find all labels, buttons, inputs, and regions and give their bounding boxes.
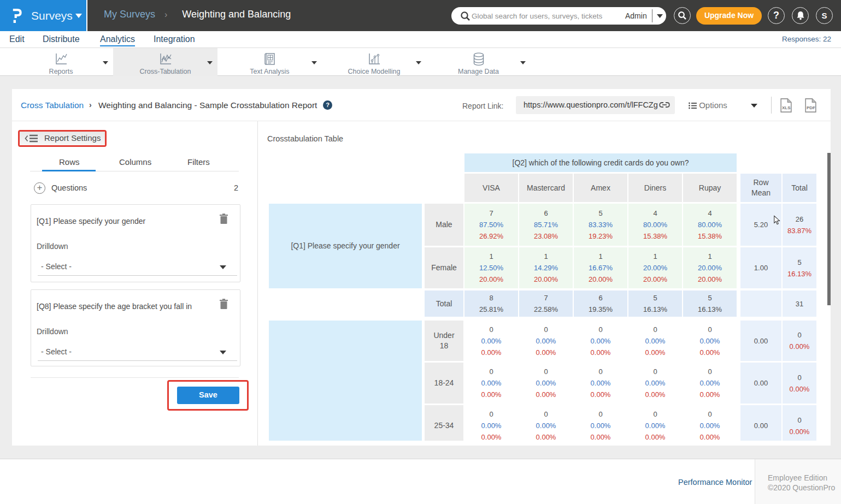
- svg-text:PDF: PDF: [807, 105, 815, 110]
- svg-text:XLS: XLS: [782, 105, 790, 110]
